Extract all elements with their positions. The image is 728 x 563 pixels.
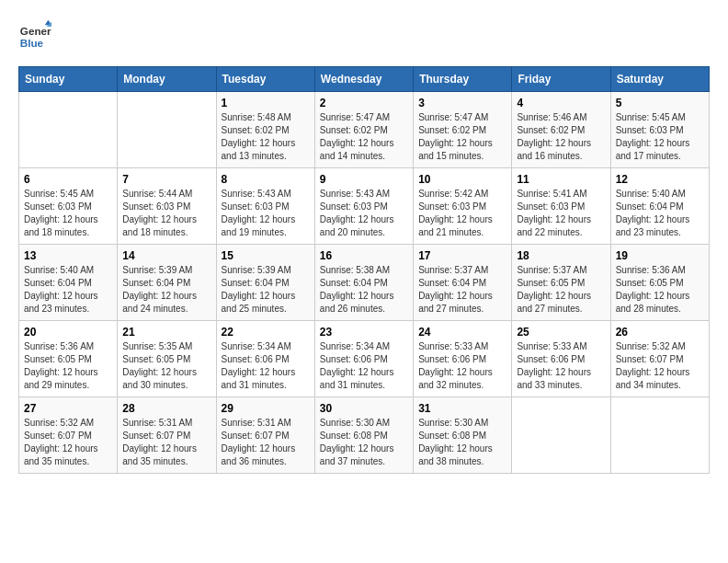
day-number: 21 xyxy=(122,326,210,339)
calendar-cell: 8Sunrise: 5:43 AM Sunset: 6:03 PM Daylig… xyxy=(216,168,314,245)
calendar-body: 1Sunrise: 5:48 AM Sunset: 6:02 PM Daylig… xyxy=(19,92,710,474)
day-number: 16 xyxy=(320,249,408,262)
day-info: Sunrise: 5:48 AM Sunset: 6:02 PM Dayligh… xyxy=(222,111,310,163)
calendar-cell: 17Sunrise: 5:37 AM Sunset: 6:04 PM Dayli… xyxy=(414,245,512,321)
calendar-cell: 11Sunrise: 5:41 AM Sunset: 6:03 PM Dayli… xyxy=(512,168,610,245)
day-number: 30 xyxy=(320,402,408,415)
weekday-header-monday: Monday xyxy=(118,67,216,92)
day-info: Sunrise: 5:41 AM Sunset: 6:03 PM Dayligh… xyxy=(517,188,605,239)
day-info: Sunrise: 5:30 AM Sunset: 6:08 PM Dayligh… xyxy=(418,417,506,468)
calendar-cell: 14Sunrise: 5:39 AM Sunset: 6:04 PM Dayli… xyxy=(118,245,216,321)
calendar-cell: 26Sunrise: 5:32 AM Sunset: 6:07 PM Dayli… xyxy=(610,321,709,397)
day-number: 13 xyxy=(24,249,112,262)
calendar-cell: 5Sunrise: 5:45 AM Sunset: 6:03 PM Daylig… xyxy=(610,92,709,168)
day-info: Sunrise: 5:32 AM Sunset: 6:07 PM Dayligh… xyxy=(24,417,112,468)
calendar-cell: 29Sunrise: 5:31 AM Sunset: 6:07 PM Dayli… xyxy=(216,397,314,474)
calendar-cell xyxy=(118,92,216,168)
day-info: Sunrise: 5:45 AM Sunset: 6:03 PM Dayligh… xyxy=(616,111,704,163)
day-number: 25 xyxy=(517,326,605,339)
day-info: Sunrise: 5:37 AM Sunset: 6:04 PM Dayligh… xyxy=(418,264,506,316)
day-info: Sunrise: 5:40 AM Sunset: 6:04 PM Dayligh… xyxy=(24,264,112,316)
calendar-cell: 16Sunrise: 5:38 AM Sunset: 6:04 PM Dayli… xyxy=(314,245,413,321)
day-number: 12 xyxy=(616,173,704,186)
calendar-cell: 15Sunrise: 5:39 AM Sunset: 6:04 PM Dayli… xyxy=(216,245,314,321)
calendar-cell: 21Sunrise: 5:35 AM Sunset: 6:05 PM Dayli… xyxy=(118,321,216,397)
day-info: Sunrise: 5:36 AM Sunset: 6:05 PM Dayligh… xyxy=(616,264,704,316)
calendar-cell: 3Sunrise: 5:47 AM Sunset: 6:02 PM Daylig… xyxy=(414,92,512,168)
day-number: 4 xyxy=(517,97,605,109)
day-info: Sunrise: 5:33 AM Sunset: 6:06 PM Dayligh… xyxy=(517,340,605,392)
calendar-cell xyxy=(610,397,709,474)
logo: General Blue xyxy=(18,18,55,52)
calendar-table: SundayMondayTuesdayWednesdayThursdayFrid… xyxy=(18,66,710,474)
day-number: 17 xyxy=(418,249,506,262)
day-number: 7 xyxy=(122,173,210,186)
calendar-cell: 20Sunrise: 5:36 AM Sunset: 6:05 PM Dayli… xyxy=(19,321,118,397)
calendar-cell: 27Sunrise: 5:32 AM Sunset: 6:07 PM Dayli… xyxy=(19,397,118,474)
day-info: Sunrise: 5:42 AM Sunset: 6:03 PM Dayligh… xyxy=(418,188,506,239)
calendar-cell xyxy=(512,397,610,474)
calendar-cell: 18Sunrise: 5:37 AM Sunset: 6:05 PM Dayli… xyxy=(512,245,610,321)
day-number: 24 xyxy=(418,326,506,339)
logo-icon: General Blue xyxy=(18,18,51,52)
day-info: Sunrise: 5:39 AM Sunset: 6:04 PM Dayligh… xyxy=(222,264,310,316)
day-info: Sunrise: 5:32 AM Sunset: 6:07 PM Dayligh… xyxy=(616,340,704,392)
calendar-cell: 9Sunrise: 5:43 AM Sunset: 6:03 PM Daylig… xyxy=(314,168,413,245)
calendar-cell: 1Sunrise: 5:48 AM Sunset: 6:02 PM Daylig… xyxy=(216,92,314,168)
day-number: 18 xyxy=(517,249,605,262)
day-number: 2 xyxy=(320,97,408,109)
calendar-cell: 12Sunrise: 5:40 AM Sunset: 6:04 PM Dayli… xyxy=(610,168,709,245)
day-number: 23 xyxy=(320,326,408,339)
day-number: 8 xyxy=(222,173,310,186)
day-info: Sunrise: 5:35 AM Sunset: 6:05 PM Dayligh… xyxy=(122,340,210,392)
calendar-cell: 4Sunrise: 5:46 AM Sunset: 6:02 PM Daylig… xyxy=(512,92,610,168)
day-number: 10 xyxy=(418,173,506,186)
calendar-cell: 2Sunrise: 5:47 AM Sunset: 6:02 PM Daylig… xyxy=(314,92,413,168)
weekday-header-saturday: Saturday xyxy=(610,67,709,92)
calendar-cell: 13Sunrise: 5:40 AM Sunset: 6:04 PM Dayli… xyxy=(19,245,118,321)
day-info: Sunrise: 5:47 AM Sunset: 6:02 PM Dayligh… xyxy=(320,111,408,163)
day-info: Sunrise: 5:31 AM Sunset: 6:07 PM Dayligh… xyxy=(122,417,210,468)
calendar-week-1: 1Sunrise: 5:48 AM Sunset: 6:02 PM Daylig… xyxy=(19,92,710,168)
day-number: 1 xyxy=(222,97,310,109)
day-number: 26 xyxy=(616,326,704,339)
day-info: Sunrise: 5:34 AM Sunset: 6:06 PM Dayligh… xyxy=(222,340,310,392)
calendar-cell: 28Sunrise: 5:31 AM Sunset: 6:07 PM Dayli… xyxy=(118,397,216,474)
calendar-week-5: 27Sunrise: 5:32 AM Sunset: 6:07 PM Dayli… xyxy=(19,397,710,474)
svg-text:Blue: Blue xyxy=(20,37,44,49)
day-info: Sunrise: 5:30 AM Sunset: 6:08 PM Dayligh… xyxy=(320,417,408,468)
calendar-week-2: 6Sunrise: 5:45 AM Sunset: 6:03 PM Daylig… xyxy=(19,168,710,245)
day-info: Sunrise: 5:44 AM Sunset: 6:03 PM Dayligh… xyxy=(122,188,210,239)
day-number: 9 xyxy=(320,173,408,186)
day-number: 29 xyxy=(222,402,310,415)
day-number: 31 xyxy=(418,402,506,415)
calendar-cell: 25Sunrise: 5:33 AM Sunset: 6:06 PM Dayli… xyxy=(512,321,610,397)
day-info: Sunrise: 5:45 AM Sunset: 6:03 PM Dayligh… xyxy=(24,188,112,239)
day-info: Sunrise: 5:43 AM Sunset: 6:03 PM Dayligh… xyxy=(222,188,310,239)
weekday-header-friday: Friday xyxy=(512,67,610,92)
calendar-header: SundayMondayTuesdayWednesdayThursdayFrid… xyxy=(19,67,710,92)
day-number: 3 xyxy=(418,97,506,109)
calendar-cell: 7Sunrise: 5:44 AM Sunset: 6:03 PM Daylig… xyxy=(118,168,216,245)
day-number: 20 xyxy=(24,326,112,339)
weekday-header-row: SundayMondayTuesdayWednesdayThursdayFrid… xyxy=(19,67,710,92)
calendar-cell: 30Sunrise: 5:30 AM Sunset: 6:08 PM Dayli… xyxy=(314,397,413,474)
weekday-header-sunday: Sunday xyxy=(19,67,118,92)
day-info: Sunrise: 5:43 AM Sunset: 6:03 PM Dayligh… xyxy=(320,188,408,239)
calendar-cell: 6Sunrise: 5:45 AM Sunset: 6:03 PM Daylig… xyxy=(19,168,118,245)
day-info: Sunrise: 5:34 AM Sunset: 6:06 PM Dayligh… xyxy=(320,340,408,392)
day-number: 15 xyxy=(222,249,310,262)
calendar-week-4: 20Sunrise: 5:36 AM Sunset: 6:05 PM Dayli… xyxy=(19,321,710,397)
calendar-cell: 23Sunrise: 5:34 AM Sunset: 6:06 PM Dayli… xyxy=(314,321,413,397)
weekday-header-thursday: Thursday xyxy=(414,67,512,92)
calendar-cell: 19Sunrise: 5:36 AM Sunset: 6:05 PM Dayli… xyxy=(610,245,709,321)
day-info: Sunrise: 5:40 AM Sunset: 6:04 PM Dayligh… xyxy=(616,188,704,239)
calendar-cell: 24Sunrise: 5:33 AM Sunset: 6:06 PM Dayli… xyxy=(414,321,512,397)
day-number: 22 xyxy=(222,326,310,339)
calendar-cell: 31Sunrise: 5:30 AM Sunset: 6:08 PM Dayli… xyxy=(414,397,512,474)
day-info: Sunrise: 5:36 AM Sunset: 6:05 PM Dayligh… xyxy=(24,340,112,392)
weekday-header-tuesday: Tuesday xyxy=(216,67,314,92)
day-info: Sunrise: 5:39 AM Sunset: 6:04 PM Dayligh… xyxy=(122,264,210,316)
day-number: 11 xyxy=(517,173,605,186)
calendar-week-3: 13Sunrise: 5:40 AM Sunset: 6:04 PM Dayli… xyxy=(19,245,710,321)
